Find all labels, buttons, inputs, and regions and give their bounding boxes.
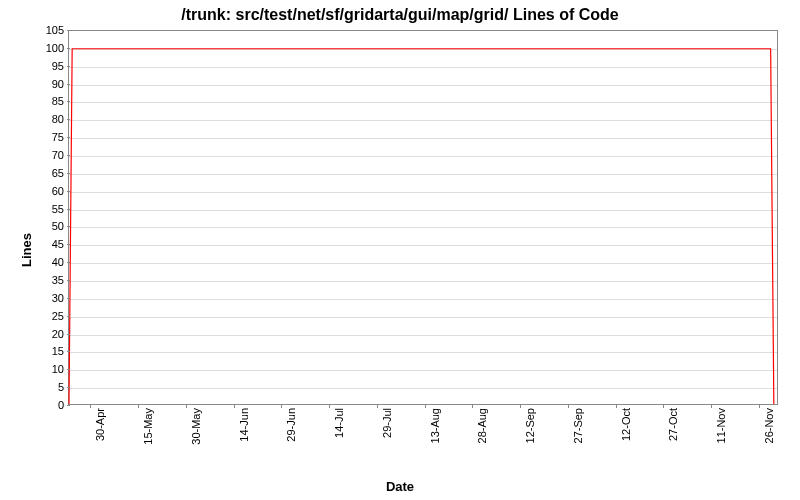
y-tick-label: 75 xyxy=(34,131,64,143)
series-line xyxy=(69,49,774,404)
y-tick-label: 70 xyxy=(34,149,64,161)
y-tick-label: 85 xyxy=(34,95,64,107)
x-tick-label: 26-Nov xyxy=(763,408,775,443)
y-tick-label: 65 xyxy=(34,167,64,179)
y-axis-label: Lines xyxy=(19,233,34,267)
y-tick-label: 40 xyxy=(34,256,64,268)
y-tick-label: 60 xyxy=(34,185,64,197)
x-tick-label: 15-May xyxy=(142,408,154,445)
y-tick-label: 90 xyxy=(34,78,64,90)
x-tick-label: 12-Sep xyxy=(524,408,536,443)
x-tick-label: 12-Oct xyxy=(620,408,632,441)
y-tick-label: 15 xyxy=(34,345,64,357)
x-tick-label: 27-Sep xyxy=(572,408,584,443)
chart-container: /trunk: src/test/net/sf/gridarta/gui/map… xyxy=(0,0,800,500)
x-tick-label: 30-May xyxy=(190,408,202,445)
x-tick-label: 13-Aug xyxy=(429,408,441,443)
y-tick-label: 80 xyxy=(34,113,64,125)
y-tick-label: 95 xyxy=(34,60,64,72)
y-tick-label: 30 xyxy=(34,292,64,304)
y-tick-label: 5 xyxy=(34,381,64,393)
x-tick-label: 29-Jul xyxy=(381,408,393,438)
x-tick-label: 30-Apr xyxy=(94,408,106,441)
y-tick-label: 20 xyxy=(34,328,64,340)
y-tick-label: 105 xyxy=(34,24,64,36)
y-tick-label: 10 xyxy=(34,363,64,375)
y-tick-label: 100 xyxy=(34,42,64,54)
y-tick-label: 55 xyxy=(34,203,64,215)
y-tick-label: 50 xyxy=(34,220,64,232)
y-tick-label: 35 xyxy=(34,274,64,286)
plot-area xyxy=(68,30,778,405)
x-tick-label: 28-Aug xyxy=(476,408,488,443)
y-tick-label: 45 xyxy=(34,238,64,250)
chart-title: /trunk: src/test/net/sf/gridarta/gui/map… xyxy=(0,6,800,24)
x-tick-label: 27-Oct xyxy=(667,408,679,441)
y-tick-label: 25 xyxy=(34,310,64,322)
x-tick-label: 14-Jun xyxy=(238,408,250,442)
y-tick-label: 0 xyxy=(34,399,64,411)
x-axis-label: Date xyxy=(0,479,800,494)
data-line-svg xyxy=(69,31,777,404)
x-tick-label: 14-Jul xyxy=(333,408,345,438)
x-tick-label: 29-Jun xyxy=(285,408,297,442)
x-tick-label: 11-Nov xyxy=(715,408,727,443)
